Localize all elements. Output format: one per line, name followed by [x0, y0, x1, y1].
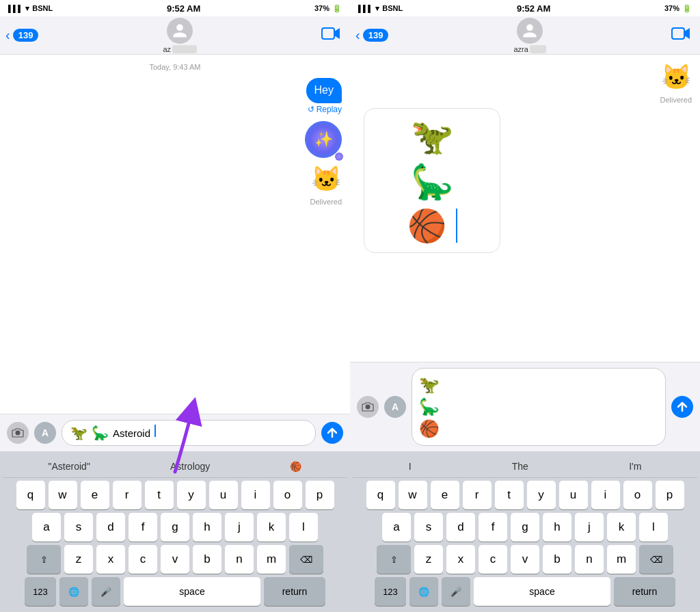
- left-input-text[interactable]: Asteroid: [113, 427, 150, 439]
- key-y[interactable]: y: [177, 481, 206, 509]
- rkey-shift[interactable]: ⇧: [377, 545, 411, 574]
- key-123[interactable]: 123: [25, 577, 56, 606]
- right-ac-2[interactable]: The: [507, 460, 534, 473]
- key-a[interactable]: a: [32, 513, 61, 542]
- rkey-p[interactable]: p: [656, 481, 684, 509]
- right-ac-1[interactable]: I: [403, 460, 417, 473]
- left-ac-1[interactable]: "Asteroid": [43, 460, 96, 473]
- right-text-input[interactable]: 🦖 🦕 🏀: [412, 368, 666, 446]
- rkey-globe[interactable]: 🌐: [409, 577, 438, 606]
- key-m[interactable]: m: [257, 545, 286, 574]
- rkey-delete[interactable]: ⌫: [639, 545, 673, 574]
- rkey-d[interactable]: d: [446, 513, 475, 542]
- rkey-a[interactable]: a: [382, 513, 411, 542]
- key-v[interactable]: v: [161, 545, 189, 574]
- key-e[interactable]: e: [81, 481, 109, 509]
- left-text-input[interactable]: 🦖 🦕 Asteroid: [62, 420, 316, 446]
- rkey-space[interactable]: space: [474, 577, 610, 606]
- rkey-j[interactable]: j: [575, 513, 604, 542]
- sticker-dino: 🦕: [411, 162, 453, 202]
- rkey-return[interactable]: return: [614, 577, 675, 606]
- rkey-e[interactable]: e: [431, 481, 459, 509]
- rkey-b[interactable]: b: [543, 545, 571, 574]
- key-d[interactable]: d: [96, 513, 125, 542]
- left-video-btn[interactable]: [321, 26, 340, 45]
- key-s[interactable]: s: [64, 513, 93, 542]
- right-carrier: BSNL: [382, 4, 403, 12]
- left-app-btn[interactable]: A: [34, 422, 56, 444]
- key-r[interactable]: r: [113, 481, 142, 509]
- rkey-mic[interactable]: 🎤: [442, 577, 470, 606]
- rkey-v[interactable]: v: [511, 545, 539, 574]
- rkey-r[interactable]: r: [463, 481, 492, 509]
- key-return[interactable]: return: [264, 577, 325, 606]
- rkey-c[interactable]: c: [479, 545, 507, 574]
- left-back-badge[interactable]: 139: [13, 29, 39, 42]
- left-send-btn[interactable]: [321, 422, 343, 444]
- right-key-row-bottom: 123 🌐 🎤 space return: [353, 577, 697, 606]
- key-delete[interactable]: ⌫: [289, 545, 323, 574]
- rkey-m[interactable]: m: [607, 545, 636, 574]
- rkey-123[interactable]: 123: [375, 577, 406, 606]
- left-ac-3[interactable]: 🏀: [284, 460, 307, 473]
- left-nav-bar: ‹ 139 az: [0, 16, 350, 55]
- rkey-n[interactable]: n: [575, 545, 604, 574]
- rkey-s[interactable]: s: [414, 513, 443, 542]
- rkey-f[interactable]: f: [479, 513, 507, 542]
- key-f[interactable]: f: [129, 513, 157, 542]
- key-globe[interactable]: 🌐: [59, 577, 88, 606]
- rkey-o[interactable]: o: [623, 481, 652, 509]
- key-i[interactable]: i: [241, 481, 270, 509]
- rkey-x[interactable]: x: [446, 545, 475, 574]
- left-keyboard: "Asteroid" Astrology 🏀 q w e r t y u i o…: [0, 451, 350, 612]
- video-icon-right: [671, 26, 690, 41]
- key-c[interactable]: c: [129, 545, 157, 574]
- left-ac-2[interactable]: Astrology: [165, 460, 215, 473]
- left-nav-center[interactable]: az: [163, 18, 197, 53]
- svg-point-3: [366, 405, 371, 410]
- left-battery-pct: 37%: [314, 4, 329, 12]
- key-w[interactable]: w: [49, 481, 77, 509]
- rkey-i[interactable]: i: [591, 481, 620, 509]
- key-t[interactable]: t: [145, 481, 174, 509]
- right-camera-btn[interactable]: [357, 396, 379, 418]
- left-key-row-bottom: 123 🌐 🎤 space return: [3, 577, 347, 606]
- key-j[interactable]: j: [225, 513, 254, 542]
- left-replay-label[interactable]: ↺ Replay: [308, 105, 342, 114]
- right-back-badge[interactable]: 139: [363, 29, 389, 42]
- key-h[interactable]: h: [193, 513, 221, 542]
- key-z[interactable]: z: [64, 545, 93, 574]
- right-send-btn[interactable]: [671, 396, 693, 418]
- key-x[interactable]: x: [96, 545, 125, 574]
- key-shift[interactable]: ⇧: [27, 545, 61, 574]
- rkey-t[interactable]: t: [495, 481, 524, 509]
- key-l[interactable]: l: [289, 513, 318, 542]
- rkey-h[interactable]: h: [543, 513, 571, 542]
- rkey-q[interactable]: q: [366, 481, 395, 509]
- right-ac-3[interactable]: I'm: [623, 460, 647, 473]
- rkey-l[interactable]: l: [639, 513, 668, 542]
- key-g[interactable]: g: [161, 513, 189, 542]
- rkey-k[interactable]: k: [607, 513, 636, 542]
- left-back-btn[interactable]: ‹ 139: [5, 27, 38, 43]
- left-delivered: Delivered: [310, 198, 342, 206]
- rkey-z[interactable]: z: [414, 545, 443, 574]
- key-p[interactable]: p: [306, 481, 334, 509]
- key-n[interactable]: n: [225, 545, 254, 574]
- key-space[interactable]: space: [124, 577, 260, 606]
- right-video-btn[interactable]: [671, 26, 690, 45]
- key-o[interactable]: o: [273, 481, 302, 509]
- key-u[interactable]: u: [209, 481, 238, 509]
- right-nav-center[interactable]: azra: [513, 18, 546, 53]
- key-b[interactable]: b: [193, 545, 221, 574]
- key-q[interactable]: q: [16, 481, 45, 509]
- right-app-btn[interactable]: A: [384, 396, 406, 418]
- right-back-btn[interactable]: ‹ 139: [355, 27, 388, 43]
- key-mic[interactable]: 🎤: [92, 577, 120, 606]
- key-k[interactable]: k: [257, 513, 286, 542]
- rkey-g[interactable]: g: [511, 513, 539, 542]
- rkey-u[interactable]: u: [559, 481, 588, 509]
- rkey-y[interactable]: y: [527, 481, 556, 509]
- rkey-w[interactable]: w: [399, 481, 427, 509]
- left-camera-btn[interactable]: [7, 422, 29, 444]
